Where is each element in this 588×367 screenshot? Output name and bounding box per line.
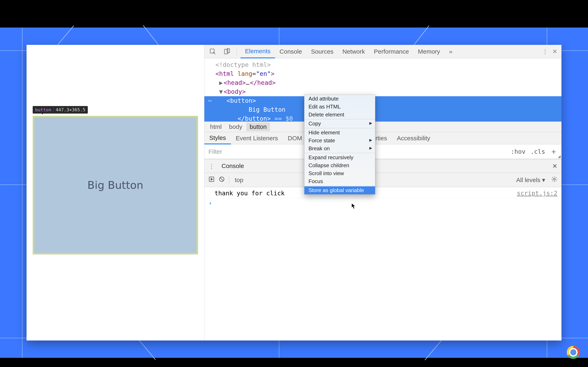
tooltip-tag: button — [35, 107, 51, 112]
tab-network[interactable]: Network — [338, 45, 369, 58]
console-clear-icon[interactable] — [219, 176, 225, 184]
ctx-copy[interactable]: Copy — [304, 120, 375, 128]
inspect-icon[interactable] — [207, 47, 219, 57]
ctx-force-state[interactable]: Force state — [304, 137, 375, 145]
tab-sources[interactable]: Sources — [306, 45, 338, 58]
tab-elements[interactable]: Elements — [241, 45, 275, 58]
drawer-menu-icon[interactable]: ⋮ — [208, 162, 215, 170]
cls-toggle[interactable]: .cls — [530, 148, 545, 155]
tab-console[interactable]: Console — [275, 45, 306, 58]
breadcrumb-html[interactable]: html — [207, 123, 225, 131]
dom-button-open[interactable]: ⋯ <button> — [204, 96, 562, 105]
svg-rect-1 — [224, 49, 228, 54]
devtools-close-icon[interactable]: ✕ — [552, 48, 557, 55]
dom-tree[interactable]: <!doctype html> <html lang="en"> ▶<head>… — [204, 58, 562, 122]
styles-filter-row: Filter :hov .cls ＋ — [204, 144, 562, 159]
new-style-rule-icon[interactable]: ＋ — [550, 147, 557, 157]
breadcrumb-button[interactable]: button — [246, 123, 270, 131]
tabs-overflow-icon[interactable]: » — [444, 45, 457, 58]
ctx-edit-html[interactable]: Edit as HTML — [304, 103, 375, 111]
console-levels-select[interactable]: All levels ▾ — [516, 176, 545, 184]
subtab-styles[interactable]: Styles — [204, 132, 231, 144]
context-menu: Add attribute Edit as HTML Delete elemen… — [304, 95, 375, 194]
devtools-panel: Elements Console Sources Network Perform… — [204, 45, 562, 341]
drawer-close-icon[interactable]: ✕ — [552, 162, 557, 170]
ctx-expand-recursively[interactable]: Expand recursively — [304, 154, 375, 161]
drawer-tab-console[interactable]: Console — [222, 162, 244, 169]
resize-corner-icon[interactable] — [558, 155, 561, 158]
cursor-icon — [351, 203, 356, 209]
console-log-source[interactable]: script.js:2 — [517, 190, 557, 197]
ctx-collapse-children[interactable]: Collapse children — [304, 161, 375, 169]
ctx-delete-element[interactable]: Delete element — [304, 111, 375, 119]
ctx-add-attribute[interactable]: Add attribute — [304, 95, 375, 103]
svg-point-5 — [553, 178, 555, 180]
ctx-store-global[interactable]: Store as global variable — [304, 186, 375, 194]
subtab-dom-breakpoints[interactable]: DOM — [283, 132, 307, 144]
tab-performance[interactable]: Performance — [369, 45, 414, 58]
tooltip-dimensions: 447.3×365.5 — [53, 107, 85, 112]
subtab-event-listeners[interactable]: Event Listeners — [231, 132, 283, 144]
dom-body-open[interactable]: ▼<body> — [204, 87, 562, 96]
dom-html[interactable]: <html lang="en"> — [204, 69, 562, 78]
filter-input[interactable]: Filter — [208, 148, 222, 155]
console-settings-icon[interactable] — [551, 176, 557, 184]
dom-button-text[interactable]: Big Button — [204, 105, 562, 114]
styles-subtabs: Styles Event Listeners DOM hidden spacer… — [204, 132, 562, 144]
devtools-top-tabs: Elements Console Sources Network Perform… — [204, 45, 562, 58]
big-button-label: Big Button — [87, 179, 143, 191]
drawer-header: ⋮ Console ✕ — [204, 159, 562, 173]
ctx-break-on[interactable]: Break on — [304, 145, 375, 152]
breadcrumb: html body button — [204, 122, 562, 132]
console-log-row[interactable]: thank you for click script.js:2 — [204, 188, 562, 198]
browser-window: button 447.3×365.5 Big Button — [26, 45, 562, 341]
blueprint-bg: button 447.3×365.5 Big Button — [0, 27, 588, 358]
console-play-icon[interactable] — [208, 176, 215, 184]
breadcrumb-body[interactable]: body — [226, 123, 246, 131]
subtab-accessibility[interactable]: Accessibility — [392, 132, 435, 144]
ctx-focus[interactable]: Focus — [304, 177, 375, 185]
dom-head[interactable]: ▶<head>…</head> — [204, 78, 562, 87]
device-toggle-icon[interactable] — [221, 47, 233, 57]
console-context-select[interactable]: top — [235, 176, 243, 184]
page-viewport: button 447.3×365.5 Big Button — [26, 45, 204, 341]
console-controls: top All levels ▾ — [204, 173, 562, 187]
dom-doctype[interactable]: <!doctype html> — [204, 60, 562, 69]
hov-toggle[interactable]: :hov — [511, 148, 526, 155]
console-prompt[interactable]: › — [204, 198, 562, 208]
inspect-tooltip: button 447.3×365.5 — [33, 106, 88, 114]
tab-memory[interactable]: Memory — [414, 45, 444, 58]
devtools-menu-icon[interactable]: ⋮ — [542, 48, 548, 55]
chrome-logo-icon — [567, 346, 580, 359]
ctx-hide-element[interactable]: Hide element — [304, 129, 375, 137]
video-frame-backdrop: button 447.3×365.5 Big Button — [0, 0, 588, 367]
ctx-scroll-into-view[interactable]: Scroll into view — [304, 169, 375, 177]
console-log-text: thank you for click — [208, 190, 285, 197]
console-body: thank you for click script.js:2 › — [204, 187, 562, 341]
big-button[interactable]: Big Button — [33, 116, 198, 254]
dom-button-close[interactable]: </button> == $0 — [204, 114, 562, 122]
